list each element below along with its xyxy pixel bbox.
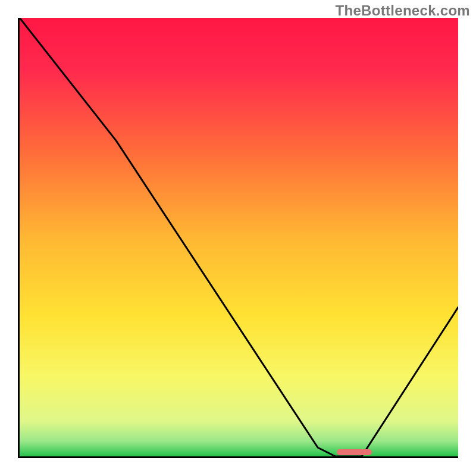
background-gradient — [20, 18, 458, 456]
chart-canvas: TheBottleneck.com — [0, 0, 476, 476]
svg-rect-0 — [20, 18, 458, 456]
watermark-text: TheBottleneck.com — [336, 2, 470, 19]
plot-area — [18, 18, 458, 458]
optimal-range-marker — [337, 449, 372, 455]
